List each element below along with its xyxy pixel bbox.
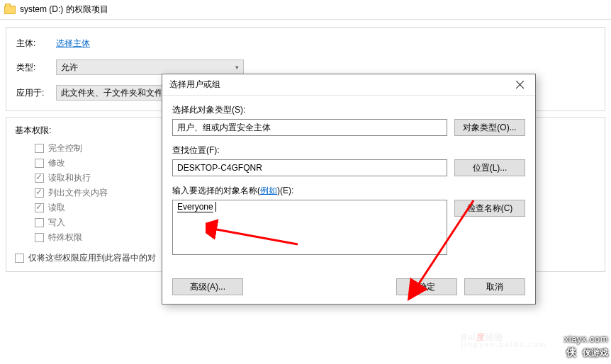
location-button[interactable]: 位置(L)... [454,159,525,176]
object-type-field: 用户、组或内置安全主体 [172,119,447,136]
checkbox-icon [35,203,44,212]
subject-label: 主体: [16,38,56,50]
container-only-label: 仅将这些权限应用到此容器中的对 [28,252,156,264]
object-type-button[interactable]: 对象类型(O)... [454,119,525,136]
logo-icon: 侠 [563,344,580,361]
checkbox-icon [35,218,44,227]
permission-label: 读取 [48,202,65,214]
permission-label: 修改 [48,157,65,169]
select-subject-link[interactable]: 选择主体 [56,38,90,50]
apply-label: 应用于: [16,87,56,99]
dialog-title: 选择用户或组 [169,79,220,91]
type-value: 允许 [61,62,78,74]
select-user-dialog: 选择用户或组 选择此对象类型(S): 用户、组或内置安全主体 对象类型(O)..… [162,74,536,305]
advanced-button[interactable]: 高级(A)... [172,278,243,295]
checkbox-icon [35,233,44,242]
check-names-button[interactable]: 检查名称(C) [454,200,525,217]
folder-icon [4,6,16,14]
permission-label: 读取和执行 [48,172,91,184]
close-icon [516,81,524,89]
chevron-down-icon: ▾ [235,64,239,71]
close-button[interactable] [504,74,535,96]
checkbox-icon [35,159,44,168]
checkbox-icon [35,188,44,198]
checkbox-icon [35,174,44,183]
baidu-watermark: Bai度经验 jingyan.baidu.com [461,327,547,348]
apply-select[interactable]: 此文件夹、子文件夹和文件 [56,85,166,101]
type-select[interactable]: 允许 ▾ [56,59,244,75]
cancel-button[interactable]: 取消 [464,278,525,295]
ok-button[interactable]: 确定 [396,278,457,295]
location-field: DESKTOP-C4GFQNR [172,159,447,176]
checkbox-icon [35,144,44,153]
names-label: 输入要选择的对象名称(例如)(E): [172,185,525,197]
type-label: 类型: [16,62,56,74]
site-watermark: xiayx.com 侠侠游戏 [563,334,608,361]
object-names-input[interactable]: Everyone [172,200,447,255]
apply-value: 此文件夹、子文件夹和文件 [61,87,161,99]
permission-label: 特殊权限 [48,232,82,244]
window-title: system (D:) 的权限项目 [20,4,108,16]
window-title-bar: system (D:) 的权限项目 [0,0,611,20]
example-link[interactable]: 例如 [260,186,277,195]
permission-label: 完全控制 [48,142,82,154]
permission-label: 写入 [48,217,65,229]
location-label: 查找位置(F): [172,144,525,157]
object-type-label: 选择此对象类型(S): [172,104,525,116]
checkbox-icon [15,254,24,263]
dialog-title-bar: 选择用户或组 [162,74,535,96]
permission-label: 列出文件夹内容 [48,187,108,199]
